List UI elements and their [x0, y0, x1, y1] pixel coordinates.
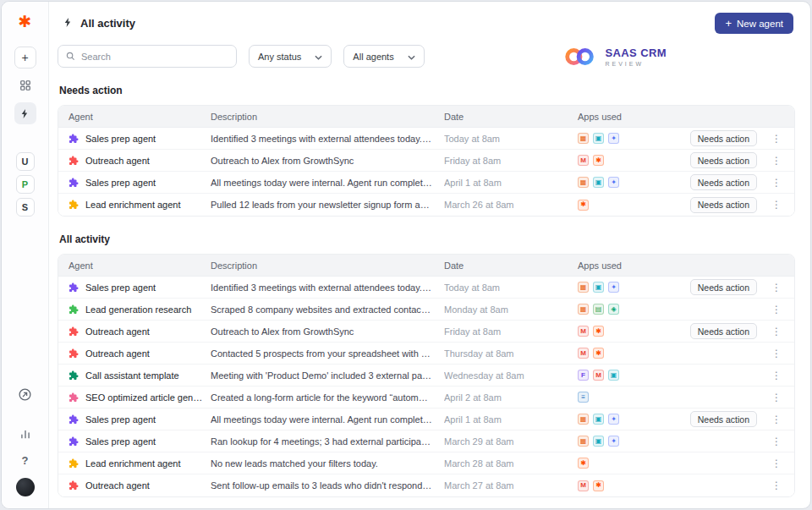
tables-icon: ▦ — [578, 177, 589, 188]
agents-select[interactable]: All agents — [343, 45, 424, 68]
needs-action-badge[interactable]: Needs action — [690, 152, 757, 168]
apps-cell: M✱ — [578, 155, 672, 166]
table-row[interactable]: Lead enrichment agentPulled 12 leads fro… — [58, 194, 794, 216]
agent-cell: Sales prep agent — [69, 414, 211, 425]
activity-table: AgentDescriptionDateApps usedSales prep … — [58, 254, 795, 497]
apps-cell: M✱ — [578, 348, 672, 359]
kebab-menu-icon[interactable]: ⋮ — [765, 326, 787, 337]
table-row[interactable]: Lead generation researchScraped 8 compan… — [58, 299, 794, 321]
puzzle-icon — [69, 392, 79, 403]
description-cell: Sent follow-up emails to 3 leads who did… — [211, 480, 444, 491]
kebab-menu-icon[interactable]: ⋮ — [765, 304, 787, 315]
new-agent-button[interactable]: + New agent — [715, 13, 793, 34]
puzzle-icon — [69, 282, 79, 293]
kebab-menu-icon[interactable]: ⋮ — [765, 370, 787, 381]
apps-cell: ✱ — [578, 458, 672, 469]
kebab-menu-icon[interactable]: ⋮ — [765, 348, 787, 359]
brand-subtitle: REVIEW — [605, 61, 667, 67]
user-avatar[interactable] — [16, 478, 35, 496]
needs-action-badge[interactable]: Needs action — [690, 323, 757, 339]
gmail-icon: M — [593, 370, 604, 381]
agents-select-value: All agents — [353, 52, 393, 62]
workspace-u[interactable]: U — [16, 152, 35, 171]
docs-icon: ≡ — [578, 392, 589, 403]
interfaces-icon: ▣ — [608, 370, 619, 381]
table-row[interactable]: Outreach agentOutreach to Alex from Grow… — [58, 321, 794, 343]
date-cell: Wednesday at 8am — [444, 370, 578, 381]
puzzle-icon — [69, 458, 79, 469]
workspace-p[interactable]: P — [16, 175, 35, 194]
brand-knot-icon — [562, 46, 599, 68]
help-icon[interactable]: ? — [22, 454, 29, 467]
date-cell: March 28 at 8am — [444, 458, 578, 469]
table-row[interactable]: Sales prep agentAll meetings today were … — [58, 409, 794, 430]
kebab-menu-icon[interactable]: ⋮ — [765, 282, 787, 293]
plus-icon: + — [21, 51, 28, 64]
badge-cell: Needs action — [672, 197, 765, 213]
table-row[interactable]: Outreach agentContacted 5 prospects from… — [58, 343, 794, 365]
table-row[interactable]: Sales prep agentIdentified 3 meetings wi… — [58, 277, 794, 299]
kebab-menu-icon[interactable]: ⋮ — [765, 436, 787, 447]
table-row[interactable]: Sales prep agentIdentified 3 meetings wi… — [58, 128, 794, 150]
whats-new-icon[interactable] — [18, 387, 32, 405]
kebab-menu-icon[interactable]: ⋮ — [765, 177, 787, 189]
webhooks-icon: ◈ — [608, 304, 619, 315]
puzzle-icon — [69, 304, 79, 315]
needs-action-badge[interactable]: Needs action — [690, 130, 757, 146]
table-row[interactable]: Outreach agentOutreach to Alex from Grow… — [58, 150, 794, 172]
status-select[interactable]: Any status — [249, 45, 332, 68]
table-row[interactable]: Lead enrichment agentNo new leads matche… — [58, 452, 794, 474]
tables-icon: ▦ — [578, 304, 589, 315]
agent-name: Lead generation research — [85, 304, 191, 315]
agent-cell: Sales prep agent — [69, 436, 211, 447]
kebab-menu-icon[interactable]: ⋮ — [765, 392, 787, 403]
interfaces-icon: ▣ — [593, 414, 604, 425]
kebab-menu-icon[interactable]: ⋮ — [765, 458, 787, 469]
kebab-menu-icon[interactable]: ⋮ — [765, 199, 787, 211]
search-input[interactable] — [81, 52, 228, 62]
needs-action-badge[interactable]: Needs action — [690, 174, 757, 190]
workspace-s[interactable]: S — [16, 198, 35, 217]
badge-cell: Needs action — [672, 279, 765, 295]
kebab-menu-icon[interactable]: ⋮ — [765, 133, 787, 145]
apps-cell: ▦▣✦ — [578, 436, 672, 447]
badge-cell: Needs action — [672, 130, 765, 146]
dashboard-grid-icon[interactable] — [14, 74, 36, 96]
date-cell: Today at 8am — [444, 282, 578, 293]
section-title: All activity — [59, 233, 795, 245]
kebab-menu-icon[interactable]: ⋮ — [765, 480, 787, 491]
new-agent-label: New agent — [737, 19, 783, 29]
table-row[interactable]: Call assistant templateMeeting with 'Pro… — [58, 365, 794, 387]
date-cell: Monday at 8am — [444, 304, 578, 315]
table-row[interactable]: Sales prep agentRan lookup for 4 meeting… — [58, 430, 794, 452]
chatbots-icon: ✦ — [608, 282, 619, 293]
add-button[interactable]: + — [14, 47, 36, 69]
zapier-icon: ✱ — [593, 480, 604, 491]
kebab-menu-icon[interactable]: ⋮ — [765, 155, 787, 167]
puzzle-icon — [69, 414, 79, 425]
table-header-row: AgentDescriptionDateApps used — [58, 255, 794, 277]
apps-cell: M✱ — [578, 326, 672, 337]
gmail-icon: M — [578, 348, 589, 359]
topbar: All activity + New agent — [49, 2, 810, 37]
agent-name: Sales prep agent — [85, 178, 156, 188]
kebab-menu-icon[interactable]: ⋮ — [765, 414, 787, 425]
needs-action-badge[interactable]: Needs action — [690, 279, 757, 295]
analytics-icon[interactable] — [19, 428, 31, 443]
table-row[interactable]: Sales prep agentAll meetings today were … — [58, 172, 794, 194]
needs-action-badge[interactable]: Needs action — [690, 197, 757, 213]
gmail-icon: M — [578, 155, 589, 166]
column-header-apps-used: Apps used — [578, 112, 672, 122]
badge-cell: Needs action — [672, 174, 765, 190]
column-header-date: Date — [444, 260, 578, 271]
agent-cell: Outreach agent — [69, 348, 211, 359]
agent-cell: Outreach agent — [69, 326, 211, 337]
activity-bolt-icon[interactable] — [14, 102, 36, 124]
needs-action-badge[interactable]: Needs action — [690, 411, 757, 427]
description-cell: All meetings today were internal. Agent … — [211, 414, 444, 425]
badge-cell: Needs action — [672, 323, 765, 339]
table-row[interactable]: SEO optimized article gen…Created a long… — [58, 387, 794, 409]
zapier-icon: ✱ — [578, 200, 589, 211]
app-logo-icon[interactable]: ✱ — [19, 14, 32, 30]
table-row[interactable]: Outreach agentSent follow-up emails to 3… — [58, 474, 794, 496]
